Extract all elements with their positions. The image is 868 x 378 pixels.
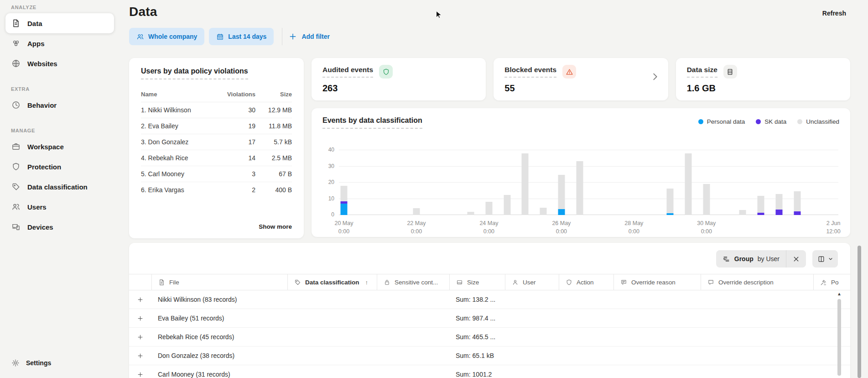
globe-icon: [11, 59, 21, 68]
sidebar-item-label: Protection: [27, 163, 61, 171]
filter-chip-company[interactable]: Whole company: [129, 28, 204, 45]
chart-bar[interactable]: [794, 144, 800, 215]
stat-card-blocked-events[interactable]: Blocked events 55: [494, 58, 668, 100]
apps-icon: [11, 39, 21, 48]
column-header-override-description[interactable]: Override description: [701, 274, 813, 290]
chart-bar[interactable]: [739, 144, 746, 215]
x-axis-tick-label: 28 May0:00: [624, 219, 643, 236]
show-more-link[interactable]: Show more: [141, 223, 292, 230]
chart-bar[interactable]: [468, 144, 474, 215]
x-axis-tick-label: 20 May0:00: [334, 219, 353, 236]
chart-bar[interactable]: [576, 144, 583, 215]
sidebar-item-label: Workspace: [27, 143, 64, 151]
sidebar-item-workspace[interactable]: Workspace: [5, 136, 114, 157]
column-header-override-reason[interactable]: Override reason: [613, 274, 701, 290]
column-header-user[interactable]: User: [505, 274, 559, 290]
violations-row[interactable]: 2. Eva Bailey 19 11.8 MB: [141, 118, 292, 134]
y-axis-tick-label: 0: [331, 211, 334, 218]
column-header-size[interactable]: Size: [449, 274, 505, 290]
table-group-row[interactable]: Eva Bailey (51 records) Sum: 987.4 ...: [129, 309, 850, 328]
violations-row[interactable]: 6. Erika Vargas 2 400 B: [141, 182, 292, 198]
chart-bar[interactable]: [667, 144, 674, 215]
sidebar-item-data-classification[interactable]: Data classification: [5, 177, 114, 197]
y-axis-tick-label: 30: [328, 163, 334, 169]
clear-grouping-button[interactable]: [786, 255, 806, 263]
sidebar-item-apps[interactable]: Apps: [5, 33, 114, 53]
chart-bar[interactable]: [540, 144, 547, 215]
stat-card-value: 263: [322, 83, 475, 94]
sidebar-item-behavior[interactable]: Behavior: [5, 95, 114, 115]
close-icon: [792, 255, 800, 263]
columns-icon: [817, 255, 825, 263]
page-scrollbar-thumb[interactable]: [858, 246, 861, 378]
tag-icon: [11, 182, 21, 191]
column-header-label: Override description: [718, 279, 774, 286]
table-group-row[interactable]: Carl Mooney (31 records) Sum: 1001.2: [129, 365, 850, 378]
table-scrollbar-thumb[interactable]: [837, 299, 841, 376]
column-header-expand[interactable]: [129, 274, 151, 290]
add-filter-button[interactable]: Add filter: [289, 32, 329, 41]
clock-icon: [11, 100, 21, 110]
sidebar-item-data[interactable]: Data: [5, 13, 114, 33]
sidebar-item-websites[interactable]: Websites: [5, 53, 114, 74]
expand-row-button[interactable]: [129, 315, 151, 322]
chart-bar[interactable]: [522, 144, 529, 215]
sidebar-item-users[interactable]: Users: [5, 197, 114, 217]
column-header-file[interactable]: File: [151, 274, 287, 290]
chart-bar[interactable]: [703, 144, 710, 215]
chart-bar[interactable]: [413, 144, 420, 215]
expand-row-button[interactable]: [129, 352, 151, 359]
stat-card-audited-events[interactable]: Audited events 263: [312, 58, 486, 100]
sidebar-item-label: Behavior: [27, 101, 57, 109]
group-by-chip[interactable]: Group by User: [716, 250, 806, 268]
group-row-label: Nikki Wilkinson (83 records): [151, 296, 287, 303]
briefcase-icon: [11, 142, 21, 151]
users-icon: [136, 33, 144, 41]
violation-user-name: 6. Erika Vargas: [141, 186, 223, 194]
chart-bar[interactable]: [340, 144, 347, 215]
table-group-row[interactable]: Rebekah Rice (45 records) Sum: 465.5 ...: [129, 328, 850, 346]
users-icon: [11, 202, 21, 211]
column-header-action[interactable]: Action: [559, 274, 613, 290]
column-header-po[interactable]: Po: [813, 274, 850, 290]
violations-row[interactable]: 1. Nikki Wilkinson 30 12.9 MB: [141, 102, 292, 118]
group-icon: [722, 255, 730, 263]
sidebar-item-settings[interactable]: Settings: [5, 354, 114, 372]
chevron-right-icon[interactable]: [650, 72, 660, 82]
chart-bar[interactable]: [485, 144, 492, 215]
violations-row[interactable]: 5. Carl Mooney 3 67 B: [141, 166, 292, 182]
sidebar-item-protection[interactable]: Protection: [5, 157, 114, 177]
violations-row[interactable]: 3. Don Gonzalez 17 5.7 kB: [141, 134, 292, 150]
table-group-row[interactable]: Don Gonzalez (38 records) Sum: 65.1 kB: [129, 346, 850, 365]
bar-segment-unclassified: [794, 191, 800, 211]
chart-bar[interactable]: [758, 144, 764, 215]
table-group-row[interactable]: Nikki Wilkinson (83 records) Sum: 138.2 …: [129, 290, 850, 309]
column-header-data-classification[interactable]: Data classification ↑: [287, 274, 377, 290]
chart-bar[interactable]: [558, 144, 565, 215]
expand-row-button[interactable]: [129, 371, 151, 378]
speech-icon: [707, 279, 714, 286]
bar-segment-unclassified: [576, 161, 583, 215]
column-header-sensitive-cont-[interactable]: Sensitive cont...: [377, 274, 449, 290]
bar-segment-personal: [667, 213, 674, 215]
stats-row: Audited events 263 Blocked events 55 Dat…: [312, 58, 850, 100]
filter-chip-daterange[interactable]: Last 14 days: [209, 28, 274, 45]
scroll-up-icon[interactable]: ▲: [837, 292, 842, 296]
sidebar-item-devices[interactable]: Devices: [5, 217, 114, 237]
bar-segment-sk: [794, 211, 800, 215]
filter-bar: Whole company Last 14 days Add filter: [129, 28, 850, 45]
group-by-label-value: by User: [758, 255, 780, 262]
violations-col-size: Size: [255, 91, 292, 98]
chart-bar[interactable]: [775, 144, 782, 215]
chart-bar[interactable]: [504, 144, 510, 215]
column-settings-button[interactable]: [812, 250, 838, 268]
expand-row-button[interactable]: [129, 296, 151, 303]
expand-row-button[interactable]: [129, 334, 151, 341]
stat-card-data-size[interactable]: Data size 1.6 GB: [676, 58, 850, 100]
column-header-label: Action: [577, 279, 594, 286]
violations-row[interactable]: 4. Rebekah Rice 14 2.5 MB: [141, 150, 292, 166]
refresh-button[interactable]: Refresh: [822, 10, 846, 17]
table-scrollbar[interactable]: ▲: [837, 292, 842, 378]
chart-bar[interactable]: [685, 144, 692, 215]
policy-icon: [820, 279, 827, 286]
